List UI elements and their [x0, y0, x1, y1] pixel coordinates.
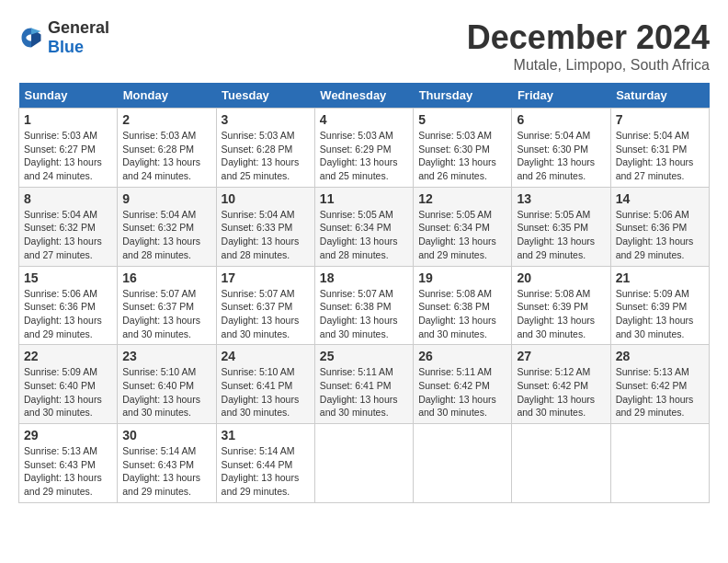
day-number: 20 [517, 270, 605, 285]
day-number: 15 [24, 270, 112, 285]
title-area: December 2024 Mutale, Limpopo, South Afr… [467, 18, 710, 74]
calendar-cell: 1Sunrise: 5:03 AMSunset: 6:27 PMDaylight… [19, 109, 118, 188]
calendar-week-2: 8Sunrise: 5:04 AMSunset: 6:32 PMDaylight… [19, 187, 710, 266]
logo-icon [18, 25, 44, 51]
day-number: 27 [517, 349, 605, 363]
calendar-cell: 11Sunrise: 5:05 AMSunset: 6:34 PMDayligh… [314, 187, 413, 266]
calendar-cell [414, 424, 512, 503]
day-number: 10 [222, 191, 310, 206]
calendar-cell: 8Sunrise: 5:04 AMSunset: 6:32 PMDaylight… [19, 187, 118, 266]
day-detail: Sunrise: 5:03 AMSunset: 6:29 PMDaylight:… [320, 130, 398, 181]
calendar-cell: 9Sunrise: 5:04 AMSunset: 6:32 PMDaylight… [118, 187, 216, 266]
calendar-week-5: 29Sunrise: 5:13 AMSunset: 6:43 PMDayligh… [19, 424, 710, 503]
calendar-cell: 29Sunrise: 5:13 AMSunset: 6:43 PMDayligh… [19, 424, 118, 503]
day-number: 3 [222, 112, 310, 127]
day-number: 2 [122, 112, 210, 127]
day-detail: Sunrise: 5:06 AMSunset: 6:36 PMDaylight:… [24, 288, 102, 339]
logo: General Blue [18, 18, 109, 57]
calendar-cell: 26Sunrise: 5:11 AMSunset: 6:42 PMDayligh… [414, 345, 512, 424]
day-detail: Sunrise: 5:04 AMSunset: 6:30 PMDaylight:… [517, 130, 595, 181]
day-detail: Sunrise: 5:10 AMSunset: 6:40 PMDaylight:… [122, 366, 200, 418]
day-number: 16 [122, 270, 210, 285]
day-number: 9 [122, 191, 210, 206]
weekday-header-thursday: Thursday [414, 83, 512, 109]
day-detail: Sunrise: 5:03 AMSunset: 6:30 PMDaylight:… [418, 130, 496, 181]
day-detail: Sunrise: 5:09 AMSunset: 6:40 PMDaylight:… [24, 366, 102, 418]
day-number: 23 [122, 349, 210, 363]
day-detail: Sunrise: 5:07 AMSunset: 6:37 PMDaylight:… [222, 288, 300, 339]
day-number: 22 [24, 349, 112, 363]
calendar-cell: 13Sunrise: 5:05 AMSunset: 6:35 PMDayligh… [512, 187, 610, 266]
day-detail: Sunrise: 5:03 AMSunset: 6:28 PMDaylight:… [222, 130, 300, 181]
weekday-header-friday: Friday [512, 83, 610, 109]
day-number: 17 [222, 270, 310, 285]
calendar-cell: 6Sunrise: 5:04 AMSunset: 6:30 PMDaylight… [512, 109, 610, 188]
calendar-cell: 23Sunrise: 5:10 AMSunset: 6:40 PMDayligh… [118, 345, 216, 424]
calendar-cell: 22Sunrise: 5:09 AMSunset: 6:40 PMDayligh… [19, 345, 118, 424]
day-number: 18 [320, 270, 408, 285]
calendar-cell: 27Sunrise: 5:12 AMSunset: 6:42 PMDayligh… [512, 345, 610, 424]
day-detail: Sunrise: 5:08 AMSunset: 6:38 PMDaylight:… [418, 288, 496, 339]
day-number: 26 [418, 349, 506, 363]
day-number: 31 [222, 428, 310, 442]
day-detail: Sunrise: 5:04 AMSunset: 6:33 PMDaylight:… [222, 209, 300, 260]
calendar-cell: 31Sunrise: 5:14 AMSunset: 6:44 PMDayligh… [216, 424, 314, 503]
calendar-cell: 19Sunrise: 5:08 AMSunset: 6:38 PMDayligh… [414, 266, 512, 345]
day-number: 5 [418, 112, 506, 127]
day-number: 14 [616, 191, 704, 206]
calendar-cell [512, 424, 610, 503]
calendar-cell: 10Sunrise: 5:04 AMSunset: 6:33 PMDayligh… [216, 187, 314, 266]
logo-blue: Blue [48, 38, 84, 56]
calendar-cell: 4Sunrise: 5:03 AMSunset: 6:29 PMDaylight… [314, 109, 413, 188]
logo-general: General [48, 18, 109, 37]
day-detail: Sunrise: 5:14 AMSunset: 6:43 PMDaylight:… [122, 445, 200, 497]
calendar-cell: 14Sunrise: 5:06 AMSunset: 6:36 PMDayligh… [610, 187, 709, 266]
calendar-cell: 12Sunrise: 5:05 AMSunset: 6:34 PMDayligh… [414, 187, 512, 266]
calendar-cell: 25Sunrise: 5:11 AMSunset: 6:41 PMDayligh… [314, 345, 413, 424]
calendar-week-4: 22Sunrise: 5:09 AMSunset: 6:40 PMDayligh… [19, 345, 710, 424]
day-number: 7 [616, 112, 704, 127]
calendar-cell: 30Sunrise: 5:14 AMSunset: 6:43 PMDayligh… [118, 424, 216, 503]
day-detail: Sunrise: 5:13 AMSunset: 6:42 PMDaylight:… [616, 366, 694, 418]
calendar-header-row: SundayMondayTuesdayWednesdayThursdayFrid… [19, 83, 710, 109]
day-detail: Sunrise: 5:07 AMSunset: 6:37 PMDaylight:… [122, 288, 200, 339]
day-number: 29 [24, 428, 112, 442]
calendar-cell: 16Sunrise: 5:07 AMSunset: 6:37 PMDayligh… [118, 266, 216, 345]
calendar-week-1: 1Sunrise: 5:03 AMSunset: 6:27 PMDaylight… [19, 109, 710, 188]
day-number: 8 [24, 191, 112, 206]
day-detail: Sunrise: 5:11 AMSunset: 6:42 PMDaylight:… [418, 366, 496, 418]
day-number: 19 [418, 270, 506, 285]
day-number: 1 [24, 112, 112, 127]
calendar-cell [314, 424, 413, 503]
calendar-cell: 28Sunrise: 5:13 AMSunset: 6:42 PMDayligh… [610, 345, 709, 424]
day-detail: Sunrise: 5:04 AMSunset: 6:31 PMDaylight:… [616, 130, 694, 181]
day-number: 12 [418, 191, 506, 206]
calendar-cell: 24Sunrise: 5:10 AMSunset: 6:41 PMDayligh… [216, 345, 314, 424]
day-detail: Sunrise: 5:05 AMSunset: 6:34 PMDaylight:… [320, 209, 398, 260]
day-detail: Sunrise: 5:09 AMSunset: 6:39 PMDaylight:… [616, 288, 694, 339]
day-number: 6 [517, 112, 605, 127]
weekday-header-sunday: Sunday [19, 83, 118, 109]
calendar-cell: 15Sunrise: 5:06 AMSunset: 6:36 PMDayligh… [19, 266, 118, 345]
day-number: 4 [320, 112, 408, 127]
day-number: 28 [616, 349, 704, 363]
calendar-cell: 2Sunrise: 5:03 AMSunset: 6:28 PMDaylight… [118, 109, 216, 188]
day-detail: Sunrise: 5:03 AMSunset: 6:27 PMDaylight:… [24, 130, 102, 181]
day-detail: Sunrise: 5:14 AMSunset: 6:44 PMDaylight:… [222, 445, 300, 497]
day-detail: Sunrise: 5:08 AMSunset: 6:39 PMDaylight:… [517, 288, 595, 339]
day-detail: Sunrise: 5:04 AMSunset: 6:32 PMDaylight:… [122, 209, 200, 260]
day-detail: Sunrise: 5:05 AMSunset: 6:34 PMDaylight:… [418, 209, 496, 260]
calendar-cell: 18Sunrise: 5:07 AMSunset: 6:38 PMDayligh… [314, 266, 413, 345]
month-title: December 2024 [467, 18, 710, 57]
day-detail: Sunrise: 5:12 AMSunset: 6:42 PMDaylight:… [517, 366, 595, 418]
calendar-cell: 3Sunrise: 5:03 AMSunset: 6:28 PMDaylight… [216, 109, 314, 188]
day-detail: Sunrise: 5:03 AMSunset: 6:28 PMDaylight:… [122, 130, 200, 181]
weekday-header-saturday: Saturday [610, 83, 709, 109]
day-detail: Sunrise: 5:05 AMSunset: 6:35 PMDaylight:… [517, 209, 595, 260]
page-header: General Blue December 2024 Mutale, Limpo… [18, 18, 710, 74]
day-detail: Sunrise: 5:10 AMSunset: 6:41 PMDaylight:… [222, 366, 300, 418]
calendar-cell: 7Sunrise: 5:04 AMSunset: 6:31 PMDaylight… [610, 109, 709, 188]
calendar-cell: 21Sunrise: 5:09 AMSunset: 6:39 PMDayligh… [610, 266, 709, 345]
calendar-cell [610, 424, 709, 503]
weekday-header-wednesday: Wednesday [314, 83, 413, 109]
